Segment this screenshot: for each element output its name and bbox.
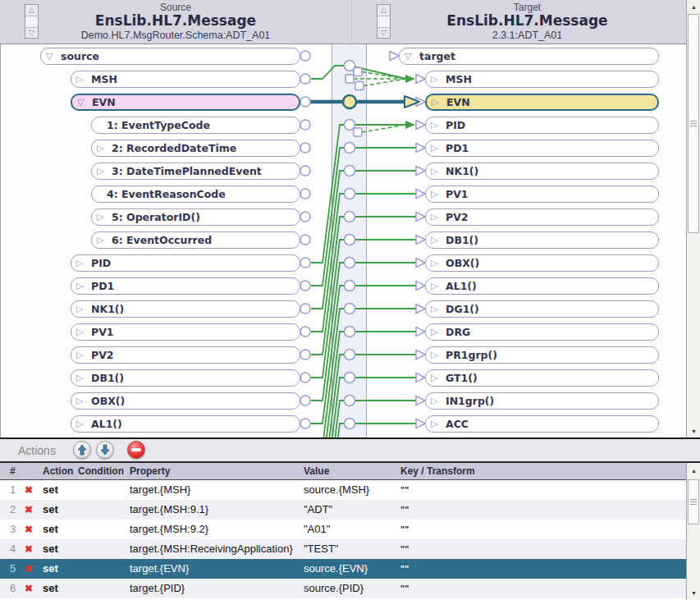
literal-mapping-line[interactable] [362, 125, 406, 132]
target-tree-item-drg[interactable]: ▷DRG [425, 323, 659, 341]
expand-icon[interactable]: ▷ [432, 97, 446, 108]
source-port[interactable] [300, 350, 310, 360]
action-row[interactable]: 2✖settarget.{MSH:9.1}"ADT""" [0, 500, 686, 520]
action-row[interactable]: 5✖settarget.{EVN}source.{EVN}"" [0, 559, 686, 579]
source-tree-item-db1[interactable]: ▷DB1() [71, 369, 300, 387]
collapse-icon[interactable]: ▽ [77, 97, 92, 108]
spinner-track[interactable] [377, 16, 390, 28]
collapse-icon[interactable]: ▽ [405, 51, 419, 62]
expand-icon[interactable]: ▷ [431, 189, 446, 199]
source-port[interactable] [300, 212, 310, 222]
expand-icon[interactable]: ▷ [431, 74, 446, 85]
move-down-button[interactable] [96, 441, 114, 459]
actions-scrollbar[interactable]: ▲ ▼ [686, 463, 700, 600]
expand-icon[interactable]: ▷ [431, 304, 446, 314]
target-tree-item-obx[interactable]: ▷OBX() [425, 254, 659, 272]
target-port[interactable] [416, 305, 425, 314]
target-tree-item-nk1[interactable]: ▷NK1() [425, 163, 659, 180]
target-tree-item-pv1[interactable]: ▷PV1 [425, 185, 659, 203]
remove-action-button[interactable] [127, 441, 145, 459]
source-port[interactable] [300, 419, 310, 428]
source-port[interactable] [300, 74, 310, 84]
tree-scrollbar[interactable]: ▲ ▼ [686, 0, 700, 437]
expand-icon[interactable]: ▷ [431, 143, 446, 153]
source-port[interactable] [300, 327, 310, 337]
expand-icon[interactable]: ▷ [97, 143, 112, 153]
scroll-down-icon[interactable]: ▼ [688, 424, 700, 437]
expand-icon[interactable]: ▷ [431, 212, 446, 222]
target-tree-item-target[interactable]: ▽target [399, 48, 659, 65]
target-tree-item-pr1grp[interactable]: ▷PR1grp() [425, 346, 659, 364]
action-node[interactable] [345, 327, 355, 337]
expand-icon[interactable]: ▷ [431, 373, 446, 383]
source-tree-item-2recordeddatetime[interactable]: ▷2: RecordedDateTime [91, 140, 300, 157]
action-node[interactable] [345, 419, 355, 429]
target-port[interactable] [416, 373, 425, 382]
delete-action-icon[interactable]: ✖ [25, 539, 33, 559]
target-doc-spinner[interactable]: △ ▽ [377, 4, 391, 39]
expand-icon[interactable]: ▷ [76, 281, 91, 291]
scroll-up-icon[interactable]: ▲ [688, 0, 700, 13]
spinner-down-icon[interactable]: ▽ [25, 28, 38, 39]
target-port[interactable] [416, 282, 425, 291]
expand-icon[interactable]: ▷ [431, 235, 446, 245]
collapse-icon[interactable]: ▽ [46, 51, 61, 62]
target-port[interactable] [416, 167, 425, 176]
action-node[interactable] [345, 281, 355, 291]
source-doc-spinner[interactable]: △ ▽ [25, 4, 39, 39]
target-tree-item-pv2[interactable]: ▷PV2 [425, 208, 659, 226]
source-tree-item-msh[interactable]: ▷MSH [71, 71, 300, 88]
target-port[interactable] [390, 52, 399, 61]
target-tree-item-db1[interactable]: ▷DB1() [425, 231, 659, 249]
source-port[interactable] [300, 97, 310, 107]
source-port[interactable] [300, 235, 310, 245]
target-tree-item-al1[interactable]: ▷AL1() [425, 277, 659, 295]
source-port[interactable] [300, 189, 310, 199]
delete-action-icon[interactable]: ✖ [25, 480, 33, 500]
target-tree-item-msh[interactable]: ▷MSH [425, 71, 659, 88]
expand-icon[interactable]: ▷ [431, 396, 446, 406]
source-tree-item-pid[interactable]: ▷PID [71, 254, 300, 272]
expand-icon[interactable]: ▷ [76, 74, 91, 85]
source-port[interactable] [300, 281, 310, 291]
expand-icon[interactable]: ▷ [76, 350, 91, 360]
source-port[interactable] [300, 143, 310, 153]
action-node[interactable] [345, 396, 355, 406]
action-node[interactable] [345, 189, 355, 199]
action-node[interactable] [345, 350, 355, 360]
source-tree-item-4eventreasoncode[interactable]: 4: EventReasonCode [91, 185, 300, 203]
spinner-down-icon[interactable]: ▽ [377, 28, 390, 39]
source-port[interactable] [300, 258, 310, 268]
source-port[interactable] [300, 120, 310, 130]
source-port[interactable] [300, 304, 310, 314]
literal-action-node[interactable] [354, 68, 362, 76]
target-tree-item-evn[interactable]: ▷EVN [425, 94, 659, 111]
literal-action-node[interactable] [355, 82, 364, 90]
expand-icon[interactable]: ▷ [76, 304, 91, 314]
action-node[interactable] [345, 258, 355, 268]
source-tree-item-evn[interactable]: ▽EVN [71, 94, 300, 111]
action-row[interactable]: 4✖settarget.{MSH:ReceivingApplication}"T… [0, 539, 686, 559]
expand-icon[interactable]: ▷ [431, 419, 446, 429]
delete-action-icon[interactable]: ✖ [25, 579, 33, 598]
source-tree-item-source[interactable]: ▽source [40, 48, 300, 65]
expand-icon[interactable]: ▷ [431, 350, 446, 360]
target-port[interactable] [416, 259, 425, 268]
expand-icon[interactable]: ▷ [76, 327, 91, 337]
target-port[interactable] [416, 213, 425, 222]
action-row[interactable]: 6✖settarget.{PID}source.{PID}"" [0, 579, 686, 598]
spinner-up-icon[interactable]: △ [25, 5, 38, 16]
scroll-down-icon[interactable]: ▼ [688, 586, 700, 599]
action-node[interactable] [345, 373, 355, 383]
expand-icon[interactable]: ▷ [97, 166, 112, 176]
target-port[interactable] [416, 396, 425, 405]
target-tree-item-gt1[interactable]: ▷GT1() [425, 369, 659, 387]
source-tree-item-1eventtypecode[interactable]: 1: EventTypeCode [91, 117, 300, 134]
target-tree-item-pid[interactable]: ▷PID [425, 117, 659, 134]
source-tree-item-pd1[interactable]: ▷PD1 [71, 277, 300, 295]
source-tree-item-obx[interactable]: ▷OBX() [71, 392, 300, 410]
literal-action-node[interactable] [345, 75, 354, 83]
delete-action-icon[interactable]: ✖ [25, 500, 33, 520]
action-node[interactable] [345, 212, 355, 222]
mapping-line[interactable] [311, 309, 416, 437]
